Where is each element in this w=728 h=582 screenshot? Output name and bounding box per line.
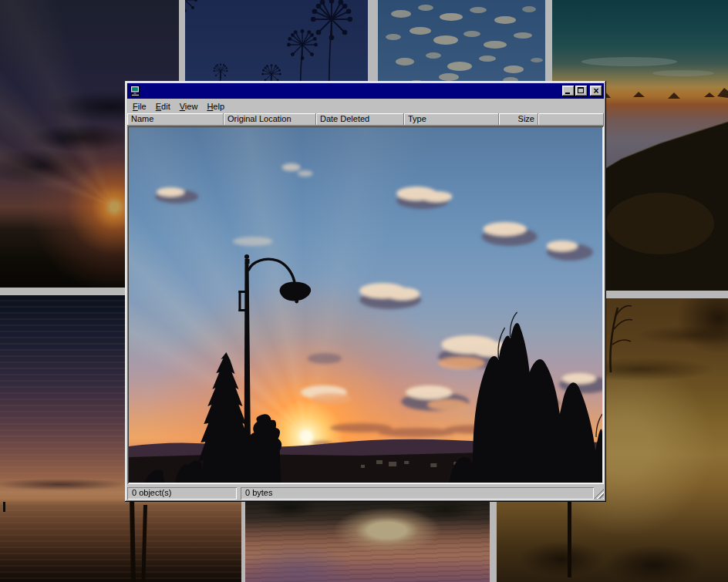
status-object-count: 0 object(s) <box>127 487 237 500</box>
maximize-button[interactable] <box>575 86 588 96</box>
silhouette-layer <box>129 127 602 483</box>
menu-bar: File Edit View Help <box>127 99 604 113</box>
menu-help[interactable]: Help <box>202 100 229 113</box>
close-icon: × <box>590 86 602 96</box>
computer-icon[interactable] <box>130 86 141 96</box>
column-header-name[interactable]: Name <box>127 113 224 126</box>
menu-view[interactable]: View <box>175 100 203 113</box>
resize-grip[interactable] <box>594 489 604 499</box>
column-header-date-deleted[interactable]: Date Deleted <box>316 113 404 126</box>
file-list-area[interactable] <box>127 126 604 484</box>
column-header-size[interactable]: Size <box>499 113 538 126</box>
content-photo-sunset-streetlamp <box>129 127 602 483</box>
titlebar: × <box>127 83 604 99</box>
status-bar: 0 object(s) 0 bytes <box>127 484 604 500</box>
column-header-original-location[interactable]: Original Location <box>224 113 316 126</box>
minimize-button[interactable] <box>562 86 575 96</box>
menu-edit[interactable]: Edit <box>151 100 175 113</box>
column-header-type[interactable]: Type <box>404 113 499 126</box>
maximize-icon <box>578 87 584 93</box>
menu-file[interactable]: File <box>128 100 151 113</box>
column-header-row: Name Original Location Date Deleted Type… <box>127 113 604 126</box>
close-button[interactable]: × <box>590 86 602 96</box>
column-header-filler[interactable] <box>538 113 604 126</box>
status-byte-count: 0 bytes <box>241 487 594 500</box>
minimize-icon <box>565 93 570 94</box>
file-window: × File Edit View Help Name Original Loca… <box>125 81 606 502</box>
